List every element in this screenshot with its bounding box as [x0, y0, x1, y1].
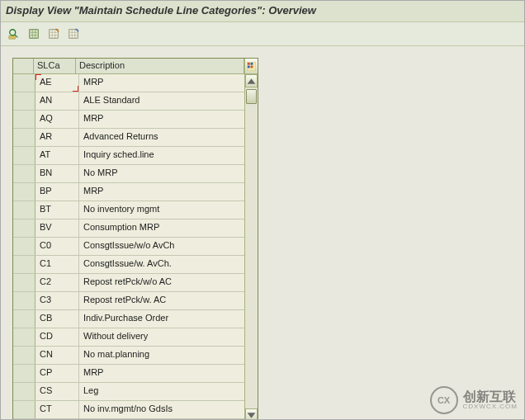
grid-body: AEMRPANALE StandardAQMRPARAdvanced Retur…	[13, 74, 258, 419]
vertical-scrollbar[interactable]	[244, 74, 258, 420]
col-header-slca[interactable]: SLCa	[34, 59, 76, 73]
svg-rect-3	[30, 30, 39, 39]
table-row[interactable]: C2Repost retPck/w/o AC	[13, 274, 258, 292]
app-toolbar	[1, 21, 524, 46]
cell-description[interactable]: Consumption MRP	[79, 219, 258, 237]
row-selector[interactable]	[13, 274, 35, 291]
table-row[interactable]: C1ConsgtIssue/w. AvCh.	[13, 256, 258, 274]
table-row[interactable]: ANALE Standard	[13, 92, 258, 111]
cell-description[interactable]: MRP	[79, 74, 258, 92]
row-selector[interactable]	[13, 256, 35, 273]
table-row[interactable]: BPMRP	[13, 183, 258, 201]
table-row[interactable]: BVConsumption MRP	[13, 219, 258, 238]
cell-slca[interactable]: CB	[35, 310, 79, 328]
cell-description[interactable]: MRP	[79, 183, 258, 201]
cell-slca[interactable]: CS	[35, 383, 79, 400]
table-row[interactable]: CBIndiv.Purchase Order	[13, 310, 258, 328]
col-header-description[interactable]: Description	[76, 59, 244, 73]
table-row[interactable]: C3Repost retPck/w. AC	[13, 292, 258, 310]
cell-slca[interactable]: CT	[35, 401, 79, 418]
table-row[interactable]: BNNo MRP	[13, 165, 258, 183]
row-selector[interactable]	[13, 74, 35, 92]
cell-slca[interactable]: BP	[35, 183, 79, 201]
row-selector[interactable]	[13, 165, 35, 182]
detail-icon[interactable]	[6, 26, 22, 42]
cell-slca[interactable]: C3	[35, 292, 79, 309]
cell-description[interactable]: No MRP	[79, 165, 258, 182]
grid-header: SLCa Description	[13, 59, 258, 74]
table-row[interactable]: CSLeg	[13, 383, 258, 401]
cell-description[interactable]: MRP	[79, 365, 258, 382]
cell-description[interactable]: ALE Standard	[79, 92, 258, 110]
row-selector[interactable]	[13, 310, 35, 328]
row-selector[interactable]	[13, 238, 35, 255]
cell-slca[interactable]: C2	[35, 274, 79, 291]
scroll-thumb[interactable]	[246, 89, 257, 104]
row-selector[interactable]	[13, 292, 35, 309]
svg-rect-8	[251, 62, 253, 64]
row-selector[interactable]	[13, 147, 35, 164]
table-row[interactable]: CNNo mat.planning	[13, 347, 258, 365]
row-selector[interactable]	[13, 347, 35, 364]
cell-description[interactable]: Repost retPck/w. AC	[79, 292, 258, 309]
cell-description[interactable]: Indiv.Purchase Order	[79, 310, 258, 328]
row-selector-header[interactable]	[13, 59, 34, 73]
schedule-line-grid: SLCa Description AEMRPANALE StandardAQMR…	[12, 58, 258, 420]
cell-slca[interactable]: BV	[35, 219, 79, 237]
row-selector[interactable]	[13, 383, 35, 400]
cell-description[interactable]: Without delivery	[79, 328, 258, 346]
cell-slca[interactable]: C1	[35, 256, 79, 273]
table-row[interactable]: ARAdvanced Returns	[13, 129, 258, 147]
row-selector[interactable]	[13, 183, 35, 201]
cell-slca[interactable]: AR	[35, 129, 79, 146]
cell-description[interactable]: ConsgtIssue/w. AvCh.	[79, 256, 258, 273]
cell-slca[interactable]: C0	[35, 238, 79, 255]
cell-description[interactable]: No mat.planning	[79, 347, 258, 364]
cell-slca[interactable]: BT	[35, 201, 79, 219]
table-row[interactable]: AQMRP	[13, 111, 258, 129]
scroll-up-icon[interactable]	[245, 74, 258, 87]
cell-slca[interactable]: AQ	[35, 111, 79, 128]
svg-rect-10	[251, 65, 253, 68]
table-row[interactable]: CTNo inv.mgmt/no GdsIs	[13, 401, 258, 419]
cell-slca[interactable]: AN	[35, 92, 79, 110]
table-row[interactable]: BTNo inventory mgmt	[13, 201, 258, 219]
table-row[interactable]: ATInquiry sched.line	[13, 147, 258, 165]
row-selector[interactable]	[13, 129, 35, 146]
cell-description[interactable]: Advanced Returns	[79, 129, 258, 146]
cell-description[interactable]: Repost retPck/w/o AC	[79, 274, 258, 291]
cell-description[interactable]: Inquiry sched.line	[79, 147, 258, 164]
table-row[interactable]: CDWithout delivery	[13, 328, 258, 347]
cell-description[interactable]: No inventory mgmt	[79, 201, 258, 219]
svg-point-0	[10, 30, 16, 35]
row-selector[interactable]	[13, 328, 35, 346]
row-selector[interactable]	[13, 365, 35, 382]
cell-slca[interactable]: CN	[35, 347, 79, 364]
cell-description[interactable]: Leg	[79, 383, 258, 400]
cell-description[interactable]: ConsgtIssue/w/o AvCh	[79, 238, 258, 255]
cell-slca[interactable]: AE	[35, 74, 79, 92]
cell-slca[interactable]: BN	[35, 165, 79, 182]
table-row[interactable]: AEMRP	[13, 74, 258, 92]
svg-rect-5	[69, 30, 78, 39]
svg-rect-4	[50, 30, 59, 39]
cell-slca[interactable]: CP	[35, 365, 79, 382]
svg-rect-7	[248, 62, 250, 64]
scroll-track[interactable]	[245, 87, 258, 408]
table-settings-icon[interactable]	[244, 59, 258, 73]
cell-slca[interactable]: CD	[35, 328, 79, 346]
deselect-all-icon[interactable]	[45, 26, 62, 42]
cell-description[interactable]: MRP	[79, 111, 258, 128]
cell-description[interactable]: No inv.mgmt/no GdsIs	[79, 401, 258, 418]
row-selector[interactable]	[13, 401, 35, 418]
select-all-icon[interactable]	[26, 26, 42, 42]
row-selector[interactable]	[13, 111, 35, 128]
cell-slca[interactable]: AT	[35, 147, 79, 164]
row-selector[interactable]	[13, 92, 35, 110]
print-icon[interactable]	[65, 26, 82, 42]
table-row[interactable]: C0ConsgtIssue/w/o AvCh	[13, 238, 258, 256]
row-selector[interactable]	[13, 219, 35, 237]
table-row[interactable]: CPMRP	[13, 365, 258, 383]
row-selector[interactable]	[13, 201, 35, 219]
scroll-down-icon[interactable]	[245, 408, 258, 420]
